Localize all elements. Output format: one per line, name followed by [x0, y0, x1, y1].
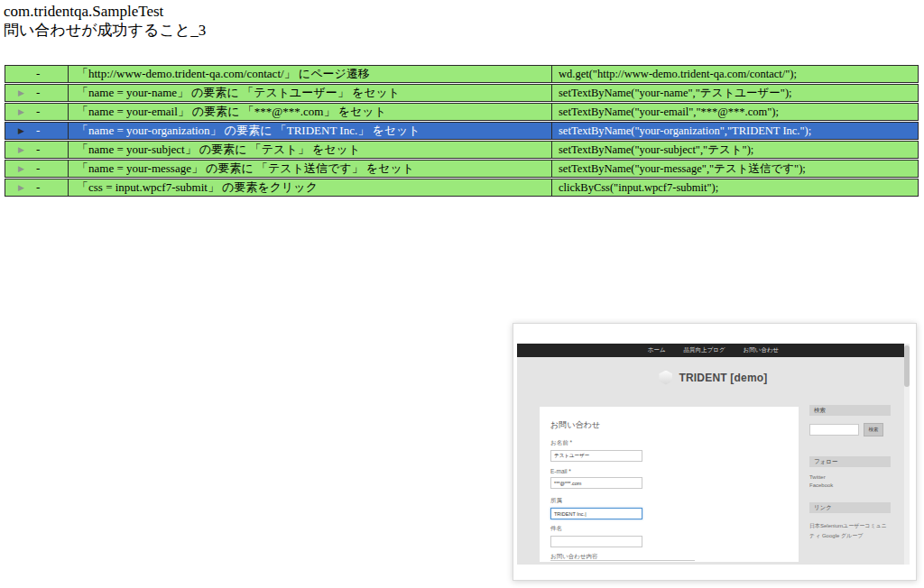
search-input	[809, 424, 859, 436]
search-button: 検索	[864, 423, 883, 436]
play-icon[interactable]: ▶	[18, 165, 24, 173]
step-description: 「name = your-email」 の要素に 「***@***.com」 を…	[69, 104, 551, 120]
site-title: TRIDENT [demo]	[679, 372, 767, 384]
play-icon[interactable]: ▶	[18, 127, 24, 135]
step-code: setTextByName("your-organization","TRIDE…	[552, 124, 918, 138]
play-icon[interactable]: ▶	[18, 89, 24, 97]
organization-field-label: 所属	[550, 497, 642, 505]
message-textarea	[550, 560, 695, 563]
nav-item-contact: お問い合わせ	[744, 346, 780, 354]
email-field: ***@***.com	[550, 477, 642, 489]
row-status-marker: -	[36, 180, 40, 195]
follow-widget-heading: フォロー	[809, 456, 891, 467]
email-field-group: E-mail * ***@***.com	[550, 468, 642, 489]
name-field-group: お名前 * テストユーザー	[550, 439, 642, 462]
email-field-label: E-mail *	[550, 468, 642, 474]
contact-form-heading: お問い合わせ	[550, 419, 600, 431]
preview-scrollbar	[904, 344, 910, 565]
table-row[interactable]: ▶- 「name = your-email」 の要素に 「***@***.com…	[5, 103, 919, 121]
subject-field-label: 件名	[550, 525, 642, 533]
table-row[interactable]: ▶- 「http://www-demo.trident-qa.com/conta…	[5, 65, 919, 83]
step-code: setTextByName("your-subject","テスト");	[552, 142, 918, 158]
table-row-selected[interactable]: ▶- 「name = your-organization」 の要素に 「TRID…	[5, 122, 919, 140]
organization-field: TRIDENT Inc.|	[550, 508, 642, 519]
name-field: テストユーザー	[550, 450, 642, 462]
step-code: wd.get("http://www-demo.trident-qa.com/c…	[552, 68, 918, 81]
test-class-name: com.tridentqa.SampleTest	[4, 2, 206, 21]
nav-item-blog: 品質向上ブログ	[684, 346, 725, 354]
hexagon-logo-icon	[659, 371, 672, 385]
test-case-name: 問い合わせが成功すること_3	[4, 21, 206, 40]
test-title-block: com.tridentqa.SampleTest 問い合わせが成功すること_3	[4, 2, 206, 40]
table-row[interactable]: ▶- 「css = input.wpcf7-submit」 の要素をクリック c…	[5, 179, 919, 197]
test-steps-table: ▶- 「http://www-demo.trident-qa.com/conta…	[5, 64, 919, 198]
preview-navbar: ホーム 品質向上ブログ お問い合わせ	[517, 344, 910, 357]
selenium-community-link: 日本Seleniumユーザーコミュニティ Google グループ	[809, 521, 889, 541]
preview-sidebar: 検索 検索 フォロー Twitter Facebook リンク 日本Seleni…	[809, 405, 891, 541]
search-widget-heading: 検索	[809, 405, 891, 416]
subject-field	[550, 536, 642, 547]
row-status-marker: -	[36, 142, 40, 157]
organization-field-group: 所属 TRIDENT Inc.|	[550, 497, 642, 519]
row-status-marker: -	[36, 86, 40, 100]
browser-screenshot-preview[interactable]: ホーム 品質向上ブログ お問い合わせ TRIDENT [demo] お問い合わせ…	[513, 323, 917, 581]
row-status-marker: -	[36, 105, 40, 119]
subject-field-group: 件名	[550, 525, 642, 547]
step-code: setTextByName("your-email","***@***.com"…	[552, 106, 918, 119]
scrollbar-thumb	[904, 345, 910, 387]
table-row[interactable]: ▶- 「name = your-message」 の要素に 「テスト送信です」 …	[5, 160, 919, 178]
site-logo: TRIDENT [demo]	[517, 357, 910, 398]
twitter-link: Twitter	[809, 474, 891, 480]
row-status-marker: -	[36, 124, 40, 138]
row-status-marker: -	[36, 161, 40, 176]
play-icon[interactable]: ▶	[18, 146, 24, 154]
play-icon[interactable]: ▶	[18, 108, 24, 116]
nav-item-home: ホーム	[648, 346, 666, 354]
step-code: clickByCss("input.wpcf7-submit");	[552, 181, 918, 195]
table-row[interactable]: ▶- 「name = your-subject」 の要素に 「テスト」 をセット…	[5, 141, 919, 159]
row-status-marker: -	[36, 67, 40, 81]
play-icon[interactable]: ▶	[18, 184, 24, 192]
preview-page-body: TRIDENT [demo] お問い合わせ お名前 * テストユーザー E-ma…	[517, 357, 910, 565]
step-description: 「name = your-organization」 の要素に 「TRIDENT…	[69, 123, 551, 139]
step-description: 「name = your-subject」 の要素に 「テスト」 をセット	[69, 142, 551, 158]
step-description: 「css = input.wpcf7-submit」 の要素をクリック	[69, 179, 551, 196]
table-row[interactable]: ▶- 「name = your-name」 の要素に 「テストユーザー」 をセッ…	[5, 84, 919, 102]
step-code: setTextByName("your-name","テストユーザー");	[552, 86, 918, 101]
links-widget-heading: リンク	[809, 502, 891, 513]
step-description: 「http://www-demo.trident-qa.com/contact/…	[69, 66, 551, 82]
name-field-label: お名前 *	[550, 439, 642, 447]
contact-form-card: お問い合わせ お名前 * テストユーザー E-mail * ***@***.co…	[540, 407, 799, 562]
step-description: 「name = your-message」 の要素に 「テスト送信です」 をセッ…	[69, 161, 551, 177]
step-description: 「name = your-name」 の要素に 「テストユーザー」 をセット	[69, 85, 551, 101]
step-code: setTextByName("your-message","テスト送信です");	[552, 161, 918, 177]
